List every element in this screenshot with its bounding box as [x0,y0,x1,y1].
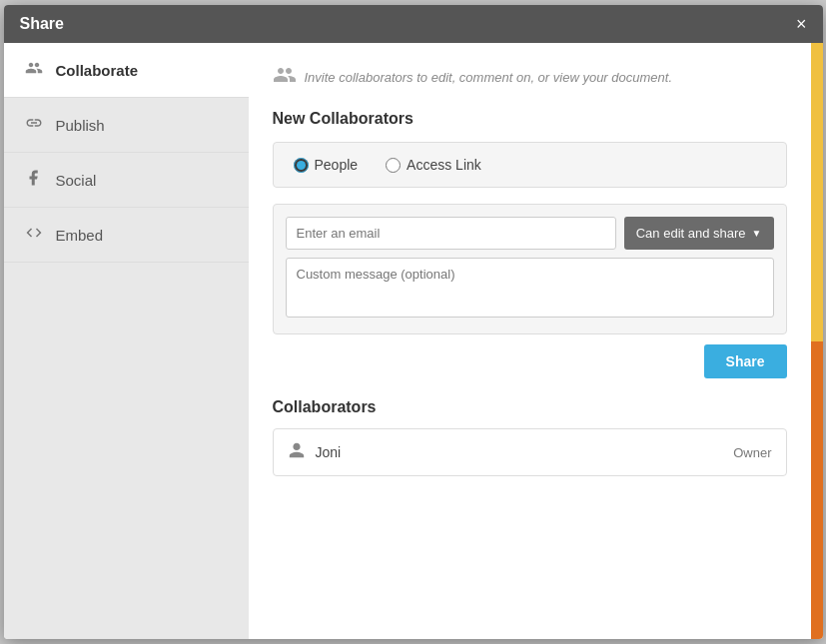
close-button[interactable]: × [796,15,807,33]
email-input[interactable] [286,217,616,250]
new-collaborators-title: New Collaborators [273,110,787,128]
sidebar-publish-label: Publish [56,117,105,134]
code-icon [24,224,44,246]
collaborators-table: Joni Owner [273,428,787,476]
radio-people-label: People [315,157,359,173]
share-button[interactable]: Share [704,344,787,378]
message-textarea[interactable] [286,258,774,318]
email-row: Can edit and share ▼ [286,217,774,250]
collaborator-person-icon [288,441,306,463]
collaborator-role: Owner [733,445,771,460]
radio-access-link-label: Access Link [407,157,481,173]
collaborators-title: Collaborators [273,398,787,416]
people-icon [24,59,44,81]
share-btn-row: Share [273,344,787,378]
share-modal: Share × Collaborate [4,5,823,639]
sidebar-item-publish[interactable]: Publish [4,98,249,153]
permission-label: Can edit and share [636,226,746,241]
sidebar-item-social[interactable]: Social [4,153,249,208]
table-row: Joni Owner [274,429,786,475]
radio-access-link-input[interactable] [386,158,401,173]
sidebar: Collaborate Publish [4,43,249,639]
modal-title: Share [20,15,64,33]
main-panel: Invite collaborators to edit, comment on… [249,43,811,639]
intro-text: Invite collaborators to edit, comment on… [305,70,673,85]
sidebar-item-collaborate[interactable]: Collaborate [4,43,249,98]
intro-people-icon [273,63,297,92]
radio-access-link[interactable]: Access Link [386,157,481,173]
sidebar-collaborate-label: Collaborate [56,62,139,79]
facebook-icon [24,169,44,191]
sidebar-embed-label: Embed [56,227,104,244]
modal-overlay: Share × Collaborate [0,0,826,644]
permission-button[interactable]: Can edit and share ▼ [624,217,774,250]
radio-people-input[interactable] [294,158,309,173]
input-area: Can edit and share ▼ [273,204,787,334]
accent-bar [811,43,823,639]
modal-body: Collaborate Publish [4,43,823,639]
sidebar-item-embed[interactable]: Embed [4,208,249,263]
sidebar-social-label: Social [56,172,97,189]
dropdown-arrow-icon: ▼ [752,228,762,239]
link-icon [24,114,44,136]
radio-people[interactable]: People [294,157,359,173]
collaborator-name: Joni [316,444,734,460]
panel-intro: Invite collaborators to edit, comment on… [273,63,787,92]
modal-header: Share × [4,5,823,43]
radio-group: People Access Link [273,142,787,188]
